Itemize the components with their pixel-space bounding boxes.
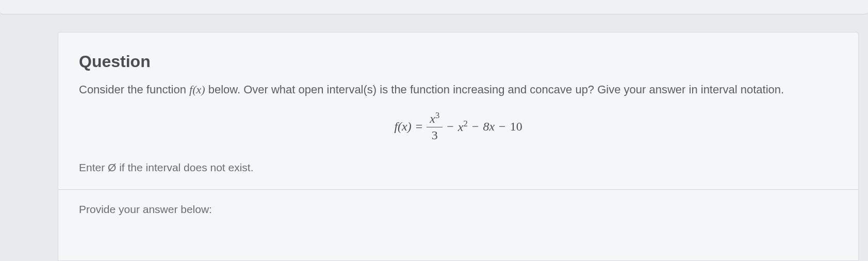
eq-minus3: − (499, 120, 506, 134)
eq-frac-num-exp: 3 (435, 110, 439, 120)
question-heading: Question (79, 52, 838, 71)
eq-frac-num-base: x (430, 112, 435, 125)
prompt-post: below. Over what open interval(s) is the… (205, 83, 784, 96)
prompt-fx: f(x) (189, 83, 205, 96)
eq-fraction: x3 3 (427, 111, 443, 142)
empty-set-note: Enter Ø if the interval does not exist. (79, 161, 838, 174)
answer-label: Provide your answer below: (79, 203, 838, 216)
question-prompt: Consider the function f(x) below. Over w… (79, 80, 838, 99)
eq-equals: = (416, 120, 423, 134)
card-top-edge (0, 0, 868, 14)
eq-frac-den: 3 (429, 127, 441, 142)
eq-term4: 10 (510, 120, 522, 134)
eq-minus1: − (447, 120, 454, 134)
prompt-pre: Consider the function (79, 83, 189, 96)
eq-term2-base: x (458, 120, 464, 134)
eq-term3: 8x (483, 120, 495, 134)
eq-term2-exp: 2 (463, 119, 467, 128)
equation-display: f(x) = x3 3 − x2 − 8x − 10 (79, 111, 838, 142)
question-card: Question Consider the function f(x) belo… (58, 32, 859, 261)
eq-minus2: − (472, 120, 479, 134)
eq-lhs: f(x) (394, 120, 411, 134)
section-divider (58, 189, 858, 190)
